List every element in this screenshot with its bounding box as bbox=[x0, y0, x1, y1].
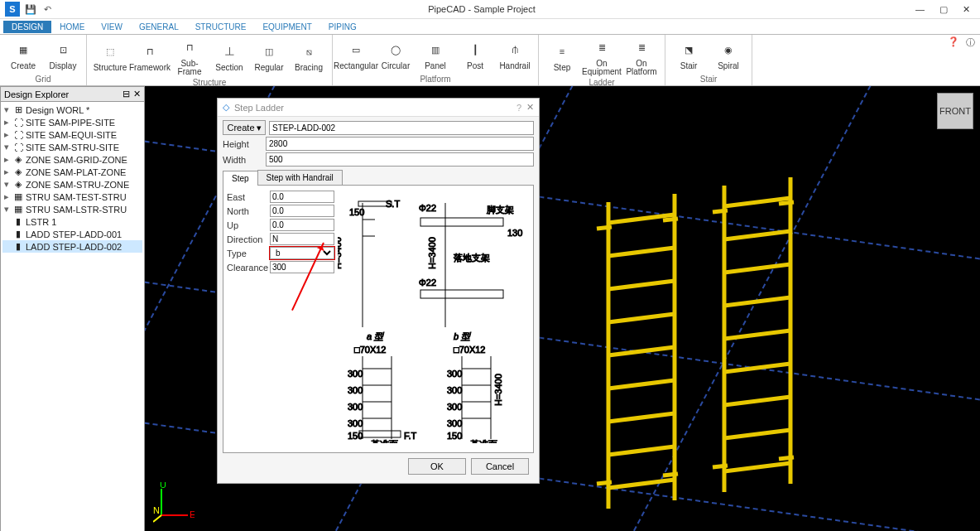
ribbon-circ[interactable]: ◯Circular bbox=[376, 35, 416, 75]
ribbon-frame[interactable]: ⊓Framework bbox=[130, 35, 170, 78]
post-icon: ┃ bbox=[464, 39, 486, 60]
menu-view[interactable]: VIEW bbox=[93, 21, 131, 33]
ribbon-struct[interactable]: ⬚Structure bbox=[90, 35, 130, 78]
ribbon-group-label: Grid bbox=[3, 75, 83, 85]
tree-node[interactable]: ▾⊞Design WORL * bbox=[2, 104, 142, 116]
maximize-button[interactable]: ▢ bbox=[939, 4, 948, 15]
tree-item-icon: ⛶ bbox=[13, 142, 23, 152]
menu-structure[interactable]: STRUCTURE bbox=[187, 21, 255, 33]
tree-node[interactable]: ▾◈ZONE SAM-STRU-ZONE bbox=[2, 178, 142, 191]
svg-line-4 bbox=[608, 281, 675, 289]
svg-line-3 bbox=[608, 248, 675, 256]
ribbon-onpl[interactable]: ≣OnPlatform bbox=[622, 35, 661, 78]
cancel-button[interactable]: Cancel bbox=[471, 458, 529, 475]
tab-step[interactable]: Step bbox=[223, 171, 258, 186]
tree-node[interactable]: ▸⛶SITE SAM-EQUI-SITE bbox=[2, 128, 142, 141]
ribbon-stair[interactable]: ⬔Stair bbox=[669, 35, 709, 75]
ribbon: ▦Create⊡DisplayGrid⬚Structure⊓Framework⊓… bbox=[0, 35, 980, 86]
info-icon[interactable]: ⓘ bbox=[966, 36, 975, 49]
create-button[interactable]: Create▾ bbox=[223, 120, 266, 135]
svg-text:300: 300 bbox=[348, 385, 363, 395]
tree-twisty-icon[interactable]: ▸ bbox=[2, 154, 11, 165]
dialog-titlebar[interactable]: ◇ Step Ladder ? ✕ bbox=[218, 99, 539, 117]
tree-node[interactable]: ▸▦STRU SAM-TEST-STRU bbox=[2, 191, 142, 203]
menu-design[interactable]: DESIGN bbox=[3, 21, 51, 33]
dialog-close-icon[interactable]: ✕ bbox=[526, 102, 534, 113]
ribbon-post[interactable]: ┃Post bbox=[455, 35, 495, 75]
north-input[interactable] bbox=[270, 205, 334, 217]
ribbon-bracing[interactable]: ⧅Bracing bbox=[289, 35, 329, 78]
clearance-input[interactable] bbox=[270, 261, 334, 273]
struct-icon: ⬚ bbox=[99, 41, 121, 62]
ribbon-rect[interactable]: ▭Rectangular bbox=[336, 35, 376, 75]
tree-node[interactable]: ▮LADD STEP-LADD-001 bbox=[2, 228, 142, 240]
view-cube[interactable]: FRONT bbox=[937, 93, 973, 129]
svg-line-26 bbox=[713, 210, 728, 212]
menu-piping[interactable]: PIPING bbox=[320, 21, 365, 33]
save-icon[interactable]: 💾 bbox=[25, 3, 36, 15]
tab-step-handrail[interactable]: Step with Handrail bbox=[257, 170, 343, 185]
tree-twisty-icon[interactable]: ▾ bbox=[2, 204, 11, 215]
close-button[interactable]: ✕ bbox=[963, 4, 970, 15]
ribbon-regular[interactable]: ◫Regular bbox=[249, 35, 289, 78]
ribbon-grid[interactable]: ▦Create bbox=[3, 35, 43, 75]
name-input[interactable] bbox=[269, 121, 534, 135]
svg-text:□70X12: □70X12 bbox=[354, 345, 386, 355]
menu-bar: DESIGN HOME VIEW GENERAL STRUCTURE EQUIP… bbox=[0, 19, 980, 34]
tree-twisty-icon[interactable]: ▾ bbox=[2, 142, 11, 152]
panel-close-icon[interactable]: ✕ bbox=[133, 89, 141, 99]
width-input[interactable] bbox=[266, 152, 534, 167]
svg-line-12 bbox=[597, 482, 612, 484]
ribbon-step[interactable]: ≡Step bbox=[542, 35, 582, 78]
title-bar: S 💾 ↶ PipeCAD - Sample Project — ▢ ✕ bbox=[0, 0, 980, 19]
minimize-button[interactable]: — bbox=[915, 4, 925, 15]
section-icon: 丄 bbox=[219, 41, 240, 62]
svg-line-10 bbox=[608, 480, 675, 488]
ok-button[interactable]: OK bbox=[408, 458, 466, 475]
ribbon-display[interactable]: ⊡Display bbox=[43, 35, 83, 75]
ribbon-spiral[interactable]: ◉Spiral bbox=[709, 35, 748, 75]
onpl-icon: ≣ bbox=[631, 36, 652, 58]
tree-twisty-icon[interactable]: ▸ bbox=[2, 129, 11, 140]
ribbon-hand[interactable]: ⫛Handrail bbox=[495, 35, 535, 75]
svg-line-23 bbox=[724, 397, 790, 405]
tree-node[interactable]: ▾▦STRU SAM-LSTR-STRU bbox=[2, 203, 142, 215]
tree-node[interactable]: ▮LSTR 1 bbox=[2, 215, 142, 228]
svg-text:130: 130 bbox=[507, 228, 522, 238]
tree-twisty-icon[interactable]: ▾ bbox=[2, 104, 11, 115]
svg-text:□70X12: □70X12 bbox=[454, 345, 485, 355]
svg-text:U: U bbox=[160, 482, 166, 490]
undo-icon[interactable]: ↶ bbox=[41, 3, 53, 15]
menu-home[interactable]: HOME bbox=[51, 21, 93, 33]
tree-node[interactable]: ▸⛶SITE SAM-PIPE-SITE bbox=[2, 116, 142, 128]
ribbon-oneq[interactable]: ≣OnEquipment bbox=[582, 35, 622, 78]
dialog-help-icon[interactable]: ? bbox=[516, 103, 521, 113]
tree-node[interactable]: ▾⛶SITE SAM-STRU-SITE bbox=[2, 141, 142, 153]
panel-pin-icon[interactable]: ⊟ bbox=[122, 89, 130, 99]
tree-item-icon: ⛶ bbox=[13, 118, 23, 128]
tree-twisty-icon[interactable]: ▸ bbox=[2, 117, 11, 128]
tree-node[interactable]: ▮LADD STEP-LADD-002 bbox=[2, 240, 142, 253]
height-label: Height bbox=[223, 139, 266, 149]
ribbon-subframe[interactable]: ⊓Sub-Frame bbox=[170, 35, 209, 78]
svg-line-20 bbox=[724, 297, 790, 306]
tree-item-icon: ⛶ bbox=[13, 130, 23, 140]
svg-line-14 bbox=[663, 474, 678, 475]
ribbon-panel[interactable]: ▥Panel bbox=[416, 35, 455, 75]
up-input[interactable] bbox=[270, 219, 334, 231]
app-logo-icon: S bbox=[5, 2, 20, 17]
svg-line-24 bbox=[724, 430, 790, 438]
ribbon-section[interactable]: 丄Section bbox=[209, 35, 249, 78]
menu-equipment[interactable]: EQUIPMENT bbox=[254, 21, 319, 33]
tree-node[interactable]: ▸◈ZONE SAM-GRID-ZONE bbox=[2, 153, 142, 166]
tree-twisty-icon[interactable]: ▾ bbox=[2, 179, 11, 190]
tree-node[interactable]: ▸◈ZONE SAM-PLAT-ZONE bbox=[2, 166, 142, 178]
tree-twisty-icon[interactable]: ▸ bbox=[2, 167, 11, 177]
east-input[interactable] bbox=[270, 191, 334, 203]
tree-twisty-icon[interactable]: ▸ bbox=[2, 191, 11, 202]
help-icon[interactable]: ❓ bbox=[948, 36, 959, 49]
explorer-tree[interactable]: ▾⊞Design WORL *▸⛶SITE SAM-PIPE-SITE▸⛶SIT… bbox=[1, 102, 144, 531]
menu-general[interactable]: GENERAL bbox=[131, 21, 187, 33]
axes-gizmo: U E N bbox=[153, 482, 195, 524]
height-input[interactable] bbox=[266, 137, 534, 151]
